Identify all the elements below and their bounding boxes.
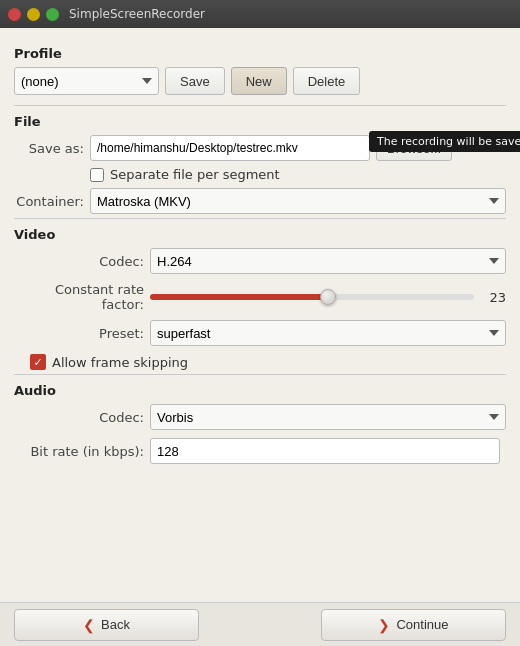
audio-codec-row: Codec: Vorbis <box>14 404 506 430</box>
minimize-button[interactable] <box>27 8 40 21</box>
video-codec-label: Codec: <box>14 254 144 269</box>
separate-file-row: Separate file per segment <box>90 167 506 182</box>
continue-arrow: ❯ <box>378 617 390 633</box>
audio-codec-select[interactable]: Vorbis <box>150 404 506 430</box>
container-label: Container: <box>14 194 84 209</box>
preset-label: Preset: <box>14 326 144 341</box>
allow-skip-checkbox[interactable] <box>30 354 46 370</box>
container-select[interactable]: Matroska (MKV) <box>90 188 506 214</box>
crf-slider-track[interactable] <box>150 294 474 300</box>
separate-file-label: Separate file per segment <box>110 167 280 182</box>
bottom-bar: ❮ Back ❯ Continue <box>0 602 520 646</box>
continue-label: Continue <box>396 617 448 632</box>
file-separator <box>14 218 506 219</box>
audio-heading: Audio <box>14 383 506 398</box>
back-label: Back <box>101 617 130 632</box>
video-codec-select[interactable]: H.264 <box>150 248 506 274</box>
crf-value: 23 <box>482 290 506 305</box>
app-title: SimpleScreenRecorder <box>69 7 205 21</box>
bitrate-input[interactable] <box>150 438 500 464</box>
back-button[interactable]: ❮ Back <box>14 609 199 641</box>
profile-select[interactable]: (none) <box>14 67 159 95</box>
profile-heading: Profile <box>14 46 506 61</box>
maximize-button[interactable] <box>46 8 59 21</box>
crf-slider-thumb[interactable] <box>320 289 336 305</box>
separate-file-checkbox[interactable] <box>90 168 104 182</box>
save-as-row: Save as: Browse... The recording will be… <box>14 135 506 161</box>
continue-button[interactable]: ❯ Continue <box>321 609 506 641</box>
preset-row: Preset: superfast <box>14 320 506 346</box>
audio-codec-label: Codec: <box>14 410 144 425</box>
file-heading: File <box>14 114 506 129</box>
delete-button[interactable]: Delete <box>293 67 361 95</box>
video-separator <box>14 374 506 375</box>
container-row: Container: Matroska (MKV) <box>14 188 506 214</box>
allow-frame-skip-row: Allow frame skipping <box>30 354 506 370</box>
preset-select[interactable]: superfast <box>150 320 506 346</box>
crf-slider-container: 23 <box>150 290 506 305</box>
close-button[interactable] <box>8 8 21 21</box>
file-path-input[interactable] <box>90 135 370 161</box>
bitrate-label: Bit rate (in kbps): <box>14 444 144 459</box>
browse-button[interactable]: Browse... <box>376 135 452 161</box>
main-content: Profile (none) Save New Delete File Save… <box>0 28 520 602</box>
crf-label: Constant rate factor: <box>14 282 144 312</box>
profile-separator <box>14 105 506 106</box>
save-as-label: Save as: <box>14 141 84 156</box>
new-button[interactable]: New <box>231 67 287 95</box>
back-arrow: ❮ <box>83 617 95 633</box>
save-button[interactable]: Save <box>165 67 225 95</box>
allow-skip-label: Allow frame skipping <box>52 355 188 370</box>
video-heading: Video <box>14 227 506 242</box>
profile-row: (none) Save New Delete <box>14 67 506 95</box>
video-codec-row: Codec: H.264 <box>14 248 506 274</box>
crf-row: Constant rate factor: 23 <box>14 282 506 312</box>
titlebar: SimpleScreenRecorder <box>0 0 520 28</box>
bitrate-row: Bit rate (in kbps): <box>14 438 506 464</box>
